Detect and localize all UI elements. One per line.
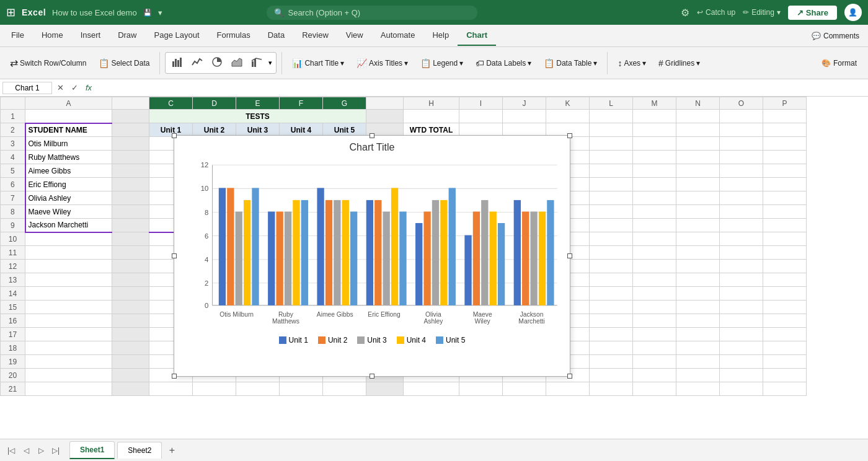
cell-tests-header[interactable]: TESTS <box>149 110 366 123</box>
cell-p8[interactable] <box>763 205 807 219</box>
sheet-nav-last[interactable]: ▷| <box>50 444 62 457</box>
cell-p4[interactable] <box>763 151 807 164</box>
data-labels-button[interactable]: 🏷 Data Labels ▾ <box>471 55 536 71</box>
col-header-i[interactable]: I <box>459 97 503 110</box>
formula-input[interactable] <box>97 82 866 94</box>
cell-a5[interactable]: Aimee Gibbs <box>25 164 112 178</box>
sheet-tab-sheet2[interactable]: Sheet2 <box>117 442 162 459</box>
cell-o4[interactable] <box>720 151 763 164</box>
search-box[interactable]: 🔍 Search (Option + Q) <box>267 6 477 20</box>
cell-m8[interactable] <box>633 205 676 219</box>
sheet-nav-next[interactable]: ▷ <box>35 444 47 457</box>
cell-l3[interactable] <box>590 137 633 151</box>
cell-a9[interactable]: Jackson Marchetti <box>25 219 112 232</box>
share-button[interactable]: ↗ Share <box>788 6 837 20</box>
resize-handle-bl[interactable] <box>172 374 177 379</box>
combo-chart-btn[interactable] <box>247 54 266 72</box>
col-header-g[interactable]: G <box>323 97 366 110</box>
cell-h1[interactable] <box>404 110 459 123</box>
cell-a4[interactable]: Ruby Matthews <box>25 151 112 164</box>
cell-l4[interactable] <box>590 151 633 164</box>
cell-j1[interactable] <box>503 110 546 123</box>
cell-p5[interactable] <box>763 164 807 178</box>
cell-a6[interactable]: Eric Effiong <box>25 178 112 191</box>
formula-fx-icon[interactable]: fx <box>83 82 94 94</box>
tab-help[interactable]: Help <box>423 25 458 46</box>
col-header-d[interactable]: D <box>193 97 236 110</box>
cell-n4[interactable] <box>676 151 720 164</box>
tab-data[interactable]: Data <box>259 25 293 46</box>
cell-l2[interactable] <box>590 123 633 137</box>
chart-title-button[interactable]: 📊 Chart Title ▾ <box>287 55 349 71</box>
switch-row-col-button[interactable]: ⇄ Switch Row/Column <box>5 54 91 72</box>
cell-n1[interactable] <box>676 110 720 123</box>
cell-o1[interactable] <box>720 110 763 123</box>
cell-o6[interactable] <box>720 178 763 191</box>
cell-o3[interactable] <box>720 137 763 151</box>
cell-n3[interactable] <box>676 137 720 151</box>
col-header-c[interactable]: C <box>149 97 193 110</box>
select-data-button[interactable]: 📋 Select Data <box>94 55 154 71</box>
col-header-e[interactable]: E <box>236 97 280 110</box>
resize-handle-tm[interactable] <box>370 133 374 138</box>
cell-m7[interactable] <box>633 191 676 205</box>
cell-m3[interactable] <box>633 137 676 151</box>
tab-home[interactable]: Home <box>33 25 72 46</box>
cell-n9[interactable] <box>676 219 720 232</box>
resize-handle-tl[interactable] <box>172 133 177 138</box>
cell-o7[interactable] <box>720 191 763 205</box>
cell-a3[interactable]: Otis Milburn <box>25 137 112 151</box>
col-header-a[interactable]: A <box>25 97 112 110</box>
cell-a8[interactable]: Maeve Wiley <box>25 205 112 219</box>
gridlines-button[interactable]: # Gridlines ▾ <box>653 55 705 71</box>
cell-p6[interactable] <box>763 178 807 191</box>
col-header-l[interactable]: L <box>590 97 633 110</box>
cell-l9[interactable] <box>590 219 633 232</box>
cell-o9[interactable] <box>720 219 763 232</box>
bar-chart-btn[interactable] <box>168 54 187 72</box>
col-header-j[interactable]: J <box>503 97 546 110</box>
cell-n8[interactable] <box>676 205 720 219</box>
col-header-b[interactable] <box>112 97 149 110</box>
cell-l6[interactable] <box>590 178 633 191</box>
tab-file[interactable]: File <box>2 25 33 46</box>
cell-n7[interactable] <box>676 191 720 205</box>
app-grid-icon[interactable]: ⊞ <box>6 6 16 19</box>
chart-type-dropdown-icon[interactable]: ▾ <box>267 59 273 67</box>
legend-button[interactable]: 📋 Legend ▾ <box>415 55 468 71</box>
sheet-area[interactable]: A C D E F G H I J K L M N O P <box>0 97 868 439</box>
cell-o8[interactable] <box>720 205 763 219</box>
col-header-p[interactable]: P <box>763 97 807 110</box>
col-header-k[interactable]: K <box>546 97 590 110</box>
tab-automate[interactable]: Automate <box>372 25 424 46</box>
cell-n5[interactable] <box>676 164 720 178</box>
cell-i1[interactable] <box>459 110 503 123</box>
tab-view[interactable]: View <box>337 25 372 46</box>
cell-reference[interactable] <box>2 82 52 94</box>
editing-button[interactable]: ✏ Editing ▾ <box>743 8 781 17</box>
sheet-nav-first[interactable]: |◁ <box>5 444 17 457</box>
col-header-f[interactable]: F <box>280 97 323 110</box>
cell-o2[interactable] <box>720 123 763 137</box>
resize-handle-tr[interactable] <box>567 133 572 138</box>
format-button[interactable]: 🎨 Format <box>815 56 863 71</box>
cell-p3[interactable] <box>763 137 807 151</box>
axes-button[interactable]: ↕ Axes ▾ <box>613 55 651 71</box>
chart-title[interactable]: Chart Title <box>180 142 564 153</box>
cell-p2[interactable] <box>763 123 807 137</box>
tab-draw[interactable]: Draw <box>109 25 145 46</box>
tab-insert[interactable]: Insert <box>72 25 110 46</box>
cell-a7[interactable]: Olivia Ashley <box>25 191 112 205</box>
cell-a1[interactable] <box>25 110 112 123</box>
resize-handle-bm[interactable] <box>370 374 374 379</box>
axis-titles-button[interactable]: 📈 Axis Titles ▾ <box>352 55 413 71</box>
comments-button[interactable]: 💬 Comments <box>805 29 866 43</box>
confirm-formula-icon[interactable]: ✓ <box>69 82 81 94</box>
cell-l7[interactable] <box>590 191 633 205</box>
resize-handle-br[interactable] <box>567 374 572 379</box>
col-header-h[interactable]: H <box>404 97 459 110</box>
tab-chart[interactable]: Chart <box>458 25 496 46</box>
cell-m1[interactable] <box>633 110 676 123</box>
cell-l8[interactable] <box>590 205 633 219</box>
pie-chart-btn[interactable] <box>208 54 226 72</box>
